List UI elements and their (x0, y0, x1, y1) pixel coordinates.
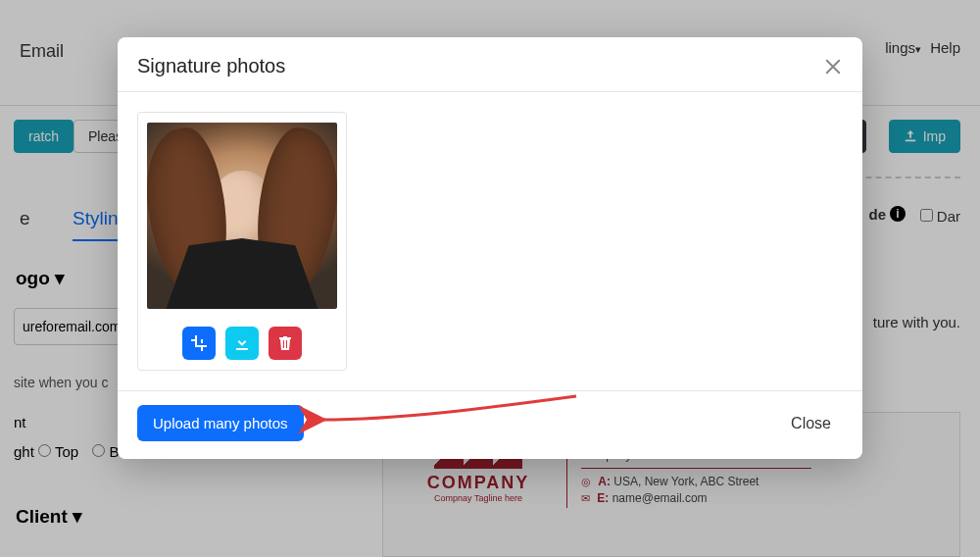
modal-header: Signature photos (118, 37, 862, 92)
preview-divider (581, 468, 811, 469)
tab-styling[interactable]: Stylin (73, 208, 118, 241)
photo-actions (182, 327, 302, 360)
photo-card (137, 112, 347, 371)
upload-many-photos-button[interactable]: Upload many photos (137, 405, 304, 441)
modal-title: Signature photos (137, 55, 285, 77)
nav-settings[interactable]: lings▾ (885, 39, 921, 56)
download-button[interactable] (225, 327, 259, 360)
signature-photos-modal: Signature photos Upload many phot (118, 37, 862, 459)
import-label: Imp (923, 128, 946, 144)
radio-top[interactable]: Top (38, 443, 78, 460)
import-button[interactable]: Imp (889, 120, 960, 153)
close-button[interactable]: Close (779, 407, 843, 440)
info-icon[interactable]: i (890, 206, 906, 222)
from-scratch-button[interactable]: ratch (14, 120, 74, 153)
preview-address: ◎ A: USA, New York, ABC Street (581, 475, 811, 488)
mail-icon: ✉ (581, 492, 590, 504)
client-section-heading[interactable]: Client ▾ (16, 505, 82, 528)
trash-icon (277, 335, 293, 351)
tab-prev-fragment[interactable]: e (20, 208, 30, 229)
dark-label: Dar (937, 208, 960, 225)
photo-thumbnail[interactable] (147, 123, 337, 309)
nav-settings-label: lings (885, 39, 915, 56)
crop-icon (191, 335, 207, 351)
upload-icon (904, 129, 917, 143)
close-icon (823, 57, 843, 76)
delete-button[interactable] (269, 327, 302, 360)
modal-body (118, 92, 862, 391)
modal-footer: Upload many photos Close (118, 391, 862, 459)
download-icon (234, 335, 250, 351)
mode-label: de (868, 206, 886, 223)
preview-company-word: COMPANY (410, 473, 547, 493)
nav-help[interactable]: Help (930, 39, 960, 56)
preview-email: ✉ E: name@email.com (581, 491, 811, 505)
preview-company-tagline: Compnay Tagline here (410, 493, 547, 503)
app-brand: Email (20, 41, 64, 62)
alignment-label: nt (14, 414, 26, 430)
logo-section-heading[interactable]: ogo ▾ (16, 267, 65, 289)
crop-button[interactable] (182, 327, 216, 360)
logo-url-input[interactable] (14, 308, 131, 345)
logo-hint: site when you c (14, 375, 109, 390)
location-icon: ◎ (581, 476, 591, 487)
dark-mode-checkbox[interactable]: Dar (920, 208, 960, 225)
radio-right-fragment: ght (14, 443, 34, 460)
share-hint: ture with you. (873, 314, 960, 330)
modal-close-button[interactable] (823, 57, 843, 76)
